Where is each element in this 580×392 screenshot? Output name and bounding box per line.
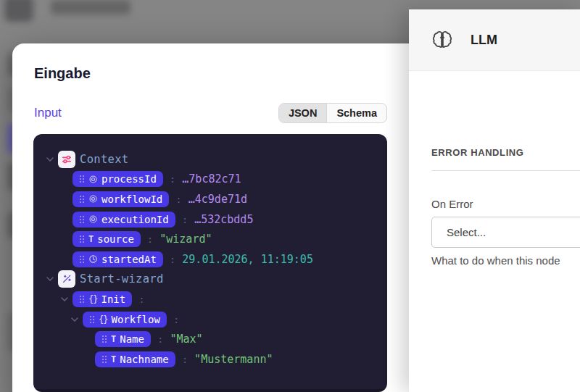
- node-settings-panel: LLM ERROR HANDLING On Error Select... Wh…: [409, 9, 580, 392]
- key-badge[interactable]: T source: [72, 231, 141, 247]
- colon: :: [182, 214, 188, 225]
- grip-icon: [89, 315, 95, 324]
- key-badge[interactable]: {} Workflow: [83, 312, 167, 328]
- braces-icon: {}: [88, 294, 97, 304]
- panel-header: LLM: [409, 9, 580, 71]
- grip-icon: [79, 295, 85, 304]
- key-badge[interactable]: {} Init: [72, 291, 132, 307]
- grip-icon: [79, 175, 85, 183]
- grip-icon: [79, 255, 85, 264]
- key-badge[interactable]: workflowId: [72, 191, 169, 207]
- colon: :: [182, 354, 188, 365]
- tree-row-init[interactable]: {} Init :: [33, 289, 387, 309]
- chevron-down-icon[interactable]: [45, 277, 55, 281]
- tree-row-nachname[interactable]: T Nachname : "Mustermann": [33, 349, 387, 370]
- fingerprint-icon: [88, 194, 98, 204]
- dimmed-window-title: [51, 0, 130, 14]
- colon: :: [170, 254, 175, 265]
- grip-icon: [79, 195, 85, 204]
- field-value: 29.01.2026, 11:19:05: [182, 253, 313, 266]
- colon: :: [138, 293, 144, 305]
- key-badge[interactable]: processId: [72, 171, 163, 187]
- grip-icon: [79, 235, 85, 243]
- tree-row-source[interactable]: T source : "wizard": [33, 229, 387, 249]
- tree-row-processid[interactable]: processId : …7bc82c71: [33, 170, 387, 190]
- section-divider: [431, 170, 580, 171]
- grip-icon: [102, 355, 107, 364]
- colon: :: [175, 193, 181, 205]
- wand-icon: [58, 270, 75, 288]
- tree-row-startedat[interactable]: startedAt : 29.01.2026, 11:19:05: [33, 249, 387, 270]
- text-type-icon: T: [111, 354, 116, 364]
- chevron-down-icon[interactable]: [70, 317, 80, 322]
- braces-icon: {}: [99, 314, 107, 325]
- key-label: source: [97, 233, 134, 245]
- node-title: LLM: [471, 33, 497, 48]
- colon: :: [173, 314, 179, 325]
- toggle-schema-option[interactable]: Schema: [326, 104, 386, 122]
- field-value: "Mustermann": [194, 353, 273, 366]
- chevron-down-icon[interactable]: [59, 297, 70, 301]
- select-placeholder: Select...: [447, 226, 486, 238]
- field-value: …4c9de71d: [188, 193, 247, 206]
- key-badge[interactable]: T Name: [95, 331, 151, 347]
- input-section-label: Input: [34, 106, 62, 120]
- chevron-down-icon[interactable]: [45, 157, 55, 162]
- key-badge[interactable]: T Nachname: [95, 351, 175, 367]
- field-value: "wizard": [160, 233, 212, 246]
- tree-row-workflowid[interactable]: workflowId : …4c9de71d: [33, 189, 387, 209]
- group-label: Start-wizard: [80, 272, 164, 285]
- tree-scrollbar[interactable]: [33, 389, 387, 392]
- text-type-icon: T: [88, 234, 94, 244]
- key-label: processId: [102, 173, 157, 185]
- text-type-icon: T: [111, 334, 116, 344]
- fingerprint-icon: [88, 214, 98, 224]
- field-value: …7bc82c71: [182, 172, 241, 185]
- key-label: workflowId: [102, 193, 162, 205]
- view-mode-toggle[interactable]: JSON Schema: [278, 103, 387, 123]
- sliders-icon: [58, 151, 75, 168]
- grip-icon: [102, 335, 107, 343]
- key-label: Nachname: [120, 354, 168, 365]
- key-label: executionId: [102, 214, 169, 225]
- colon: :: [147, 233, 153, 245]
- app-screen: Eingabe Input JSON Schema: [0, 0, 580, 392]
- tree-row-name[interactable]: T Name : "Max": [33, 329, 387, 349]
- key-label: Name: [120, 333, 144, 345]
- panel-body: ERROR HANDLING On Error Select... What t…: [409, 147, 580, 267]
- input-controls-row: Input JSON Schema: [34, 102, 387, 124]
- json-tree-viewer[interactable]: Context processId : …7bc82c71: [33, 134, 387, 392]
- error-handling-heading: ERROR HANDLING: [431, 147, 580, 158]
- tree-row-executionid[interactable]: executionId : …532cbdd5: [33, 209, 387, 230]
- group-label: Context: [80, 153, 128, 166]
- key-label: startedAt: [102, 254, 157, 265]
- grip-icon: [79, 215, 85, 224]
- dimmed-app-logo: [4, 0, 33, 22]
- key-label: Init: [101, 293, 125, 305]
- clock-icon: [88, 254, 98, 264]
- key-badge[interactable]: executionId: [72, 212, 175, 228]
- tree-row-context[interactable]: Context: [33, 149, 387, 170]
- colon: :: [157, 333, 163, 345]
- key-label: Workflow: [111, 314, 160, 325]
- colon: :: [170, 173, 175, 185]
- field-value: "Max": [170, 333, 202, 346]
- toggle-json-option[interactable]: JSON: [279, 104, 327, 122]
- fingerprint-icon: [88, 175, 98, 184]
- on-error-helper-text: What to do when this node: [431, 254, 580, 267]
- tree-row-workflow[interactable]: {} Workflow :: [33, 309, 387, 330]
- field-value: …532cbdd5: [194, 213, 253, 226]
- brain-icon: [431, 29, 453, 51]
- tree-row-start-wizard[interactable]: Start-wizard: [33, 270, 387, 290]
- on-error-select[interactable]: Select...: [431, 217, 580, 248]
- key-badge[interactable]: startedAt: [72, 251, 163, 267]
- on-error-label: On Error: [431, 198, 580, 210]
